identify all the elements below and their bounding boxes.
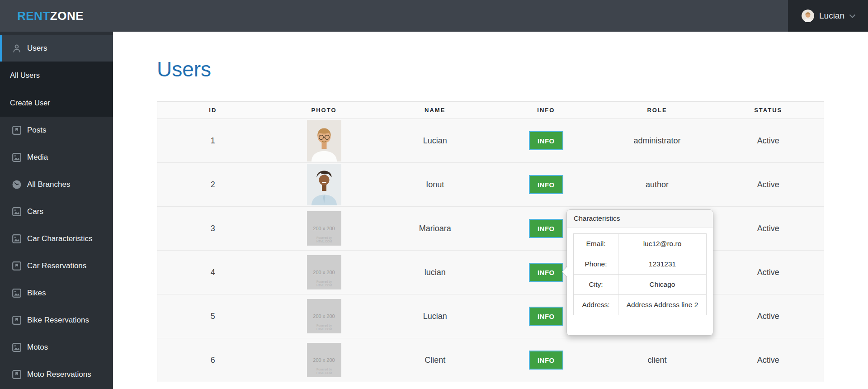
- cell-status: Active: [712, 251, 824, 294]
- sidebar-item-label: Create User: [10, 99, 50, 107]
- sidebar-item-bike-reservations[interactable]: Bike Reservations: [0, 307, 113, 334]
- table-header: ID PHOTO NAME INFO ROLE STATUS: [157, 102, 824, 119]
- cell-photo: 200 x 200 Powered by HTML.COM: [269, 338, 380, 382]
- cell-name: Client: [379, 338, 491, 382]
- placeholder-powered-text: Powered by HTML.COM: [310, 324, 338, 331]
- field-label-phone: Phone:: [574, 254, 618, 275]
- cell-role: author: [602, 163, 713, 206]
- field-value-address: Address Address line 2: [618, 295, 707, 315]
- cell-id: 6: [157, 338, 269, 382]
- cell-name: Lucian: [379, 294, 491, 338]
- placeholder-size-text: 200 x 200: [313, 270, 335, 275]
- cell-info: INFO: [491, 119, 602, 162]
- user-avatar: [802, 9, 814, 22]
- sidebar-item-car-reservations[interactable]: Car Reservations: [0, 252, 113, 280]
- logo-secondary: ZONE: [50, 9, 84, 23]
- cell-id: 4: [157, 251, 269, 294]
- placeholder-image: 200 x 200 Powered by HTML.COM: [307, 255, 341, 289]
- sidebar-item-label: Users: [27, 44, 47, 53]
- sidebar-item-all-branches[interactable]: All Branches: [0, 171, 113, 198]
- logo-primary: RENT: [17, 9, 50, 23]
- column-header-status: STATUS: [712, 102, 824, 119]
- cell-id: 1: [157, 119, 269, 162]
- characteristic-row: Address: Address Address line 2: [574, 295, 707, 315]
- user-menu[interactable]: Lucian: [788, 0, 868, 32]
- screen: RENTZONE Lucian: [0, 0, 868, 389]
- sidebar: Users All Users Create User Posts Media: [0, 32, 113, 389]
- characteristics-popover: Characteristics Email: luc12@ro.ro Phone…: [566, 209, 713, 336]
- sidebar-item-create-user[interactable]: Create User: [0, 89, 113, 117]
- sidebar-item-label: Motos: [27, 343, 48, 352]
- column-header-photo: PHOTO: [269, 102, 380, 119]
- sidebar-item-bikes[interactable]: Bikes: [0, 280, 113, 307]
- sidebar-item-cars[interactable]: Cars: [0, 198, 113, 225]
- sidebar-item-label: Cars: [27, 207, 43, 216]
- cell-id: 3: [157, 207, 269, 250]
- avatar-image: [802, 9, 814, 22]
- sidebar-item-media[interactable]: Media: [0, 144, 113, 171]
- gauge-icon: [12, 180, 22, 190]
- placeholder-size-text: 200 x 200: [313, 313, 335, 319]
- main-content: Users ID PHOTO NAME INFO ROLE STATUS 1: [113, 32, 868, 389]
- sidebar-item-moto-reservations[interactable]: Moto Reservations: [0, 361, 113, 388]
- info-button[interactable]: INFO: [529, 307, 563, 326]
- cell-info: INFO: [491, 338, 602, 382]
- image-icon: [12, 234, 22, 244]
- sidebar-item-label: Bike Reservations: [27, 316, 89, 325]
- chevron-down-icon: [849, 14, 856, 18]
- sidebar-item-car-characteristics[interactable]: Car Characteristics: [0, 225, 113, 252]
- placeholder-powered-text: Powered by HTML.COM: [310, 280, 338, 287]
- image-icon: [12, 207, 22, 217]
- cell-name: lucian: [379, 251, 491, 294]
- cell-name: Ionut: [379, 163, 491, 206]
- column-header-info: INFO: [491, 102, 602, 119]
- page-title: Users: [157, 58, 211, 81]
- sidebar-item-label: Car Characteristics: [27, 234, 93, 243]
- user-photo: [307, 164, 341, 205]
- info-button[interactable]: INFO: [529, 175, 563, 194]
- popover-body: Email: luc12@ro.ro Phone: 1231231 City: …: [567, 228, 713, 321]
- field-value-city: Chicago: [618, 275, 707, 295]
- field-value-phone: 1231231: [618, 254, 707, 275]
- cell-photo: 200 x 200 Powered by HTML.COM: [269, 207, 380, 250]
- users-table: ID PHOTO NAME INFO ROLE STATUS 1: [157, 101, 824, 382]
- table-row: 1 Lucian INFO: [157, 119, 824, 163]
- placeholder-powered-text: Powered by HTML.COM: [310, 237, 338, 243]
- app-logo[interactable]: RENTZONE: [17, 0, 84, 32]
- characteristic-row: Email: luc12@ro.ro: [574, 234, 707, 254]
- cell-status: Active: [712, 119, 824, 162]
- sidebar-submenu: All Users Create User: [0, 62, 113, 117]
- placeholder-size-text: 200 x 200: [313, 226, 335, 231]
- cell-photo: [269, 119, 380, 162]
- cell-status: Active: [712, 294, 824, 338]
- column-header-name: NAME: [379, 102, 491, 119]
- placeholder-image: 200 x 200 Powered by HTML.COM: [307, 211, 341, 246]
- field-label-address: Address:: [574, 295, 618, 315]
- sidebar-item-all-users[interactable]: All Users: [0, 62, 113, 89]
- user-name: Lucian: [819, 11, 844, 21]
- sidebar-item-motos[interactable]: Motos: [0, 334, 113, 361]
- user-icon: [12, 43, 22, 53]
- info-button[interactable]: INFO: [529, 351, 563, 370]
- characteristic-row: Phone: 1231231: [574, 254, 707, 275]
- image-icon: [12, 288, 22, 298]
- info-button[interactable]: INFO: [529, 219, 563, 238]
- cell-photo: 200 x 200 Powered by HTML.COM: [269, 251, 380, 294]
- field-value-email: luc12@ro.ro: [618, 234, 707, 254]
- pin-icon: [12, 315, 22, 325]
- field-label-city: City:: [574, 275, 618, 295]
- cell-info: INFO: [491, 163, 602, 206]
- table-row: 4 200 x 200 Powered by HTML.COM lucian I…: [157, 251, 824, 294]
- cell-role: administrator: [602, 119, 713, 162]
- info-button[interactable]: INFO: [529, 131, 563, 150]
- sidebar-item-posts[interactable]: Posts: [0, 117, 113, 144]
- popover-arrow: [557, 267, 567, 277]
- field-label-email: Email:: [574, 234, 618, 254]
- topbar: RENTZONE Lucian: [0, 0, 868, 32]
- cell-role: client: [602, 338, 713, 382]
- cell-id: 2: [157, 163, 269, 206]
- sidebar-item-label: Bikes: [27, 289, 46, 298]
- sidebar-item-users[interactable]: Users: [0, 35, 113, 62]
- sidebar-item-label: Posts: [27, 126, 47, 135]
- sidebar-item-label: Car Reservations: [27, 261, 86, 270]
